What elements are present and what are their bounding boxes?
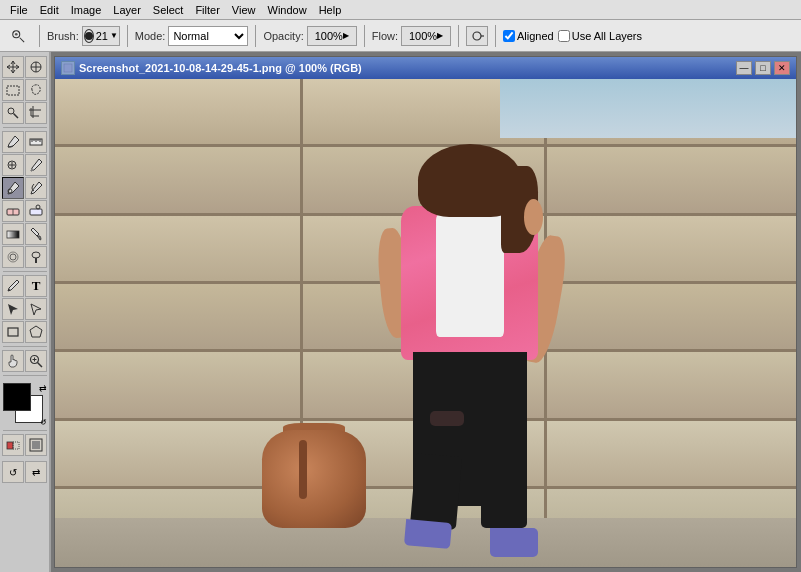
tool-row-9 bbox=[2, 246, 47, 268]
type-icon: T bbox=[32, 278, 41, 294]
document-titlebar: Screenshot_2021-10-08-14-29-45-1.png @ 1… bbox=[55, 57, 796, 79]
toolbox: T bbox=[0, 52, 50, 572]
foreground-color-swatch[interactable] bbox=[3, 383, 31, 411]
type-tool[interactable]: T bbox=[25, 275, 47, 297]
document-window: Screenshot_2021-10-08-14-29-45-1.png @ 1… bbox=[54, 56, 797, 568]
brush-dropdown-arrow: ▼ bbox=[110, 31, 118, 40]
woman-shoe-left bbox=[404, 519, 452, 548]
crop-tool[interactable] bbox=[25, 102, 47, 124]
woman-leg-left bbox=[410, 453, 462, 530]
blur-tool[interactable] bbox=[2, 246, 24, 268]
dodge-tool[interactable] bbox=[25, 246, 47, 268]
hand-tool[interactable] bbox=[2, 350, 24, 372]
swap-colors-icon[interactable]: ⇄ bbox=[39, 383, 47, 393]
sep2 bbox=[127, 25, 128, 47]
mode-label: Mode: bbox=[135, 30, 166, 42]
minimize-button[interactable]: — bbox=[736, 61, 752, 75]
airbrush-button[interactable] bbox=[466, 26, 488, 46]
clone-stamp-tool[interactable] bbox=[2, 177, 24, 199]
path-selection-tool[interactable] bbox=[2, 298, 24, 320]
direct-selection-tool[interactable] bbox=[25, 298, 47, 320]
document-content[interactable] bbox=[55, 79, 796, 567]
move-tool[interactable] bbox=[2, 56, 24, 78]
document-title-left: Screenshot_2021-10-08-14-29-45-1.png @ 1… bbox=[61, 61, 362, 75]
zoom-tool[interactable] bbox=[25, 350, 47, 372]
svg-point-28 bbox=[10, 254, 16, 260]
background-eraser-tool[interactable] bbox=[25, 200, 47, 222]
custom-shape-tool[interactable] bbox=[25, 321, 47, 343]
tool-sep-4 bbox=[3, 375, 47, 376]
menu-filter[interactable]: Filter bbox=[189, 3, 225, 17]
opacity-group: Opacity: 100% ▶ bbox=[263, 26, 356, 46]
lasso-tool[interactable] bbox=[25, 79, 47, 101]
aligned-checkbox[interactable] bbox=[503, 30, 515, 42]
menu-window[interactable]: Window bbox=[262, 3, 313, 17]
clone-stamp-tool-active[interactable] bbox=[4, 22, 32, 50]
eraser-tool[interactable] bbox=[2, 200, 24, 222]
woman-leg-right bbox=[481, 436, 527, 528]
tool-row-10: T bbox=[2, 275, 47, 297]
svg-rect-26 bbox=[7, 231, 19, 238]
rectangle-tool[interactable] bbox=[2, 321, 24, 343]
gradient-tool[interactable] bbox=[2, 223, 24, 245]
menu-help[interactable]: Help bbox=[313, 3, 348, 17]
aligned-label[interactable]: Aligned bbox=[517, 30, 554, 42]
tool-sep-1 bbox=[3, 127, 47, 128]
quick-mask-mode[interactable] bbox=[2, 434, 24, 456]
tool-row-4 bbox=[2, 131, 47, 153]
woman-figure bbox=[388, 162, 551, 528]
sep5 bbox=[458, 25, 459, 47]
svg-line-10 bbox=[14, 114, 19, 119]
quick-select-tool[interactable] bbox=[2, 102, 24, 124]
rotate-canvas-btn[interactable]: ↺ bbox=[2, 461, 24, 483]
paint-bucket-tool[interactable] bbox=[25, 223, 47, 245]
healing-brush-tool[interactable] bbox=[2, 154, 24, 176]
svg-rect-41 bbox=[32, 441, 40, 449]
menu-file[interactable]: File bbox=[4, 3, 34, 17]
tool-row-11 bbox=[2, 298, 47, 320]
backpack bbox=[262, 430, 366, 528]
screen-mode[interactable] bbox=[25, 434, 47, 456]
tool-row-7 bbox=[2, 200, 47, 222]
flow-input[interactable]: 100% ▶ bbox=[401, 26, 451, 46]
menu-select[interactable]: Select bbox=[147, 3, 190, 17]
opacity-input[interactable]: 100% ▶ bbox=[307, 26, 357, 46]
history-brush-tool[interactable] bbox=[25, 177, 47, 199]
ruler-tool[interactable] bbox=[25, 131, 47, 153]
brush-picker-button[interactable]: 21 ▼ bbox=[82, 26, 120, 46]
menu-view[interactable]: View bbox=[226, 3, 262, 17]
use-all-layers-checkbox[interactable] bbox=[558, 30, 570, 42]
aligned-checkbox-group: Aligned bbox=[503, 30, 554, 42]
rectangular-marquee-tool[interactable] bbox=[2, 79, 24, 101]
close-button[interactable]: ✕ bbox=[774, 61, 790, 75]
window-controls: — □ ✕ bbox=[736, 61, 790, 75]
sep1 bbox=[39, 25, 40, 47]
svg-rect-32 bbox=[8, 328, 18, 336]
svg-point-2 bbox=[15, 32, 18, 35]
flow-label: Flow: bbox=[372, 30, 398, 42]
color-swatches: ↺ ⇄ bbox=[3, 383, 47, 427]
brush-tool[interactable] bbox=[25, 154, 47, 176]
mode-select[interactable]: NormalDissolveDarkenMultiplyColor BurnLi… bbox=[168, 26, 248, 46]
backpack-strap bbox=[299, 440, 307, 499]
options-bar: Brush: 21 ▼ Mode: NormalDissolveDarkenMu… bbox=[0, 20, 801, 52]
restore-button[interactable]: □ bbox=[755, 61, 771, 75]
eyedropper-tool[interactable] bbox=[2, 131, 24, 153]
woman-hair bbox=[418, 144, 522, 217]
svg-marker-33 bbox=[30, 326, 42, 337]
flow-group: Flow: 100% ▶ bbox=[372, 26, 451, 46]
menu-edit[interactable]: Edit bbox=[34, 3, 65, 17]
tool-row-12 bbox=[2, 321, 47, 343]
svg-rect-8 bbox=[7, 86, 19, 95]
pen-tool[interactable] bbox=[2, 275, 24, 297]
tool-row-1 bbox=[2, 56, 47, 78]
menu-image[interactable]: Image bbox=[65, 3, 108, 17]
use-all-layers-label[interactable]: Use All Layers bbox=[572, 30, 642, 42]
cursor-tool[interactable] bbox=[25, 56, 47, 78]
screen-mode-btn[interactable]: ⇄ bbox=[25, 461, 47, 483]
reset-colors-icon[interactable]: ↺ bbox=[40, 418, 47, 427]
sep3 bbox=[255, 25, 256, 47]
tool-row-8 bbox=[2, 223, 47, 245]
menu-layer[interactable]: Layer bbox=[107, 3, 147, 17]
sep4 bbox=[364, 25, 365, 47]
